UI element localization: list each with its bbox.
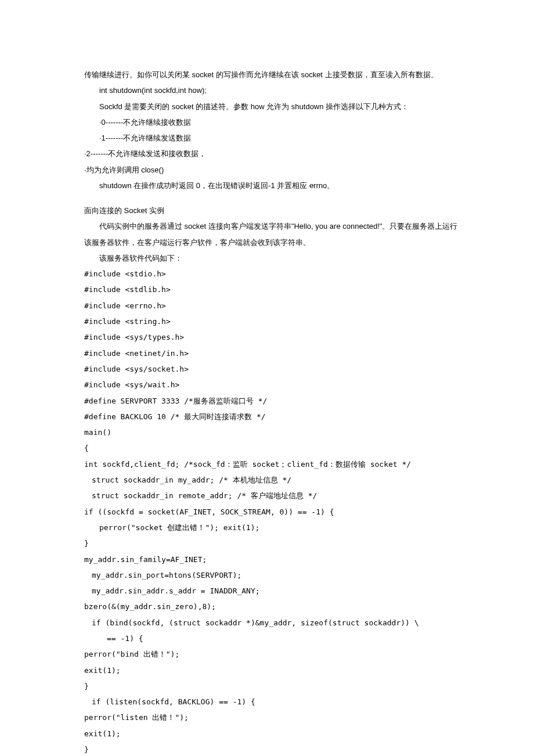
text-line: #define SERVPORT 3333 /*服务器监听端口号 */ bbox=[84, 393, 464, 409]
text-line: struct sockaddr_in my_addr; /* 本机地址信息 */ bbox=[84, 472, 464, 488]
text-line: } bbox=[84, 535, 464, 551]
text-line: my_addr.sin_addr.s_addr = INADDR_ANY; bbox=[84, 583, 464, 599]
text-line: 面向连接的 Socket 实例 bbox=[84, 203, 464, 218]
text-line: #define BACKLOG 10 /* 最大同时连接请求数 */ bbox=[84, 409, 464, 424]
text-line: #include <netinet/in.h> bbox=[84, 345, 464, 361]
text-line: exit(1); bbox=[84, 663, 464, 678]
text-line: == -1) { bbox=[84, 631, 464, 646]
text-line: Sockfd 是需要关闭的 socket 的描述符。参数 how 允许为 shu… bbox=[84, 99, 464, 114]
text-line: } bbox=[84, 678, 464, 694]
text-line: int sockfd,client_fd; /*sock_fd：监听 socke… bbox=[84, 456, 464, 472]
text-line: int shutdown(int sockfd,int how); bbox=[84, 82, 464, 98]
text-line: #include <stdio.h> bbox=[84, 266, 464, 282]
text-line: ·1-------不允许继续发送数据 bbox=[84, 130, 464, 146]
text-line: perror("bind 出错！"); bbox=[84, 646, 464, 662]
text-line: ·0-------不允许继续接收数据 bbox=[84, 114, 464, 130]
text-line: if ((sockfd = socket(AF_INET, SOCK_STREA… bbox=[84, 504, 464, 520]
text-line: #include <stdlib.h> bbox=[84, 282, 464, 297]
text-line: #include <errno.h> bbox=[84, 298, 464, 314]
text-line: 传输继续进行。如你可以关闭某 socket 的写操作而允许继续在该 socket… bbox=[84, 67, 464, 82]
text-line: main() bbox=[84, 424, 464, 440]
text-line: { bbox=[84, 440, 464, 456]
text-line: struct sockaddr_in remote_addr; /* 客户端地址… bbox=[84, 488, 464, 503]
text-line: if (bind(sockfd, (struct sockaddr *)&my_… bbox=[84, 615, 464, 631]
text-line: #include <sys/socket.h> bbox=[84, 361, 464, 377]
text-line: #include <string.h> bbox=[84, 314, 464, 329]
text-line: exit(1); bbox=[84, 726, 464, 741]
text-line: my_addr.sin_family=AF_INET; bbox=[84, 552, 464, 567]
blank-line bbox=[84, 193, 464, 203]
text-line: perror("socket 创建出错！"); exit(1); bbox=[84, 520, 464, 535]
text-line: ·均为允许则调用 close() bbox=[84, 162, 464, 178]
text-line: my_addr.sin_port=htons(SERVPORT); bbox=[84, 567, 464, 583]
text-line: perror("listen 出错！"); bbox=[84, 710, 464, 725]
text-line: #include <sys/types.h> bbox=[84, 329, 464, 345]
text-line: 该服务器软件代码如下： bbox=[84, 250, 464, 266]
text-line: #include <sys/wait.h> bbox=[84, 377, 464, 393]
text-line: bzero(&(my_addr.sin_zero),8); bbox=[84, 599, 464, 614]
text-line: if (listen(sockfd, BACKLOG) == -1) { bbox=[84, 694, 464, 710]
text-line: shutdown 在操作成功时返回 0，在出现错误时返回-1 并置相应 errn… bbox=[84, 178, 464, 193]
document-page: 传输继续进行。如你可以关闭某 socket 的写操作而允许继续在该 socket… bbox=[0, 0, 534, 756]
text-line: ·2-------不允许继续发送和接收数据， bbox=[84, 146, 464, 161]
text-line: } bbox=[84, 741, 464, 756]
text-line: 代码实例中的服务器通过 socket 连接向客户端发送字符串"Hello, yo… bbox=[84, 218, 464, 250]
